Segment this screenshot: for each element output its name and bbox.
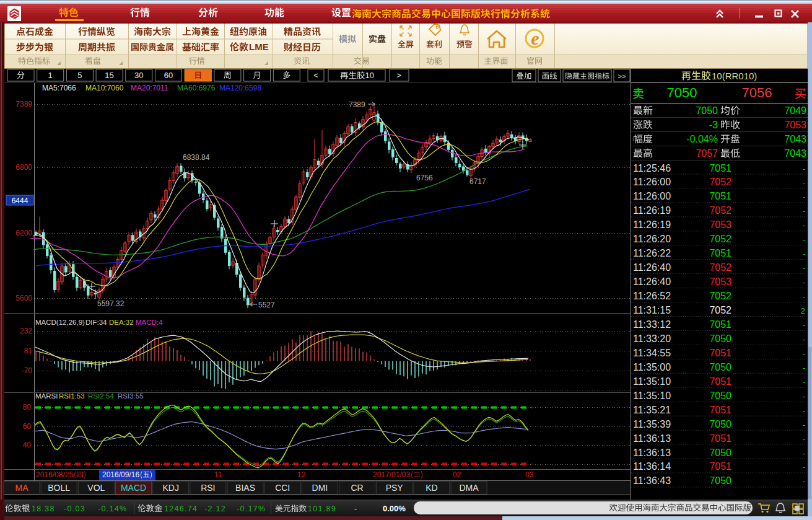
- svg-text:-0.04%: -0.04%: [686, 134, 718, 144]
- svg-text:-70: -70: [22, 366, 33, 375]
- svg-text:7050: 7050: [667, 85, 697, 100]
- svg-text:7043: 7043: [784, 148, 806, 159]
- svg-text:2016/08/25: 2016/08/25: [36, 470, 73, 479]
- svg-text:DEA:32: DEA:32: [109, 319, 134, 326]
- svg-text:6838.84: 6838.84: [183, 153, 210, 162]
- svg-text:11:31:15: 11:31:15: [633, 305, 671, 315]
- svg-text:5600: 5600: [15, 294, 32, 302]
- svg-text:MACD:4: MACD:4: [136, 319, 163, 326]
- svg-text:RSI2:54: RSI2:54: [88, 392, 114, 400]
- svg-text:11:26:40: 11:26:40: [633, 262, 671, 273]
- svg-text:RSI3:55: RSI3:55: [118, 392, 144, 400]
- svg-text:RSI1:53: RSI1:53: [59, 392, 85, 400]
- svg-text:6800: 6800: [15, 163, 32, 172]
- svg-text:7052: 7052: [709, 205, 731, 216]
- svg-text:LME: LME: [249, 42, 269, 52]
- svg-text:7057: 7057: [696, 148, 718, 159]
- svg-text:7051: 7051: [709, 376, 731, 387]
- svg-text:11:26:20: 11:26:20: [633, 234, 671, 244]
- svg-text:30: 30: [134, 71, 143, 80]
- svg-text:RSI: RSI: [201, 483, 215, 493]
- svg-text:7052: 7052: [709, 291, 731, 301]
- svg-text:KDJ: KDJ: [162, 483, 178, 493]
- svg-text:40: 40: [23, 441, 32, 449]
- svg-text:DIF:34: DIF:34: [85, 319, 107, 326]
- svg-text:-: -: [803, 449, 805, 458]
- svg-text:7050: 7050: [696, 105, 718, 116]
- svg-text:11:35:10: 11:35:10: [633, 390, 671, 401]
- svg-text:-: -: [803, 477, 805, 486]
- svg-text:18.38: 18.38: [32, 505, 55, 513]
- svg-text:7056: 7056: [742, 85, 772, 100]
- svg-text:7051: 7051: [709, 461, 731, 472]
- svg-text:MA120:6598: MA120:6598: [219, 84, 261, 92]
- svg-text:7051: 7051: [709, 319, 731, 330]
- svg-text:-: -: [803, 263, 805, 273]
- svg-text:11:34:55: 11:34:55: [633, 348, 671, 358]
- svg-text:03: 03: [525, 470, 534, 479]
- svg-text:-: -: [803, 292, 805, 301]
- svg-text:-: -: [803, 164, 805, 174]
- svg-text:MARSI: MARSI: [35, 392, 58, 400]
- svg-text:12: 12: [297, 470, 306, 479]
- svg-text:11:26:22: 11:26:22: [633, 248, 671, 258]
- svg-text:7389: 7389: [15, 100, 32, 108]
- svg-text:10: 10: [365, 71, 374, 80]
- svg-text:5597.32: 5597.32: [97, 299, 124, 308]
- svg-text:7051: 7051: [709, 248, 731, 258]
- svg-text:7051: 7051: [709, 163, 731, 174]
- svg-text:KD: KD: [426, 483, 437, 493]
- svg-text:MA10:7060: MA10:7060: [85, 84, 124, 92]
- svg-text:11: 11: [214, 470, 222, 479]
- svg-text:7052: 7052: [709, 305, 731, 315]
- svg-text:CCI: CCI: [275, 483, 290, 493]
- svg-text:10(RR010): 10(RR010): [712, 71, 757, 81]
- svg-text:6756: 6756: [416, 174, 433, 182]
- svg-text:02: 02: [453, 470, 461, 479]
- svg-text:-: -: [803, 349, 805, 358]
- svg-text:11:36:13: 11:36:13: [633, 433, 671, 444]
- svg-text:7053: 7053: [709, 276, 731, 287]
- svg-text:7052: 7052: [709, 177, 731, 187]
- svg-text:6444: 6444: [12, 196, 28, 205]
- svg-text:5: 5: [77, 71, 82, 80]
- svg-text:2: 2: [801, 306, 805, 315]
- svg-text:0.00%: 0.00%: [383, 504, 406, 513]
- svg-text:11:35:21: 11:35:21: [633, 405, 671, 415]
- svg-text:7050: 7050: [709, 447, 731, 458]
- svg-text:7050: 7050: [709, 390, 731, 401]
- svg-text:-: -: [803, 320, 805, 330]
- svg-text:7051: 7051: [709, 405, 731, 415]
- svg-text:-: -: [803, 392, 805, 401]
- svg-text:7049: 7049: [784, 105, 806, 116]
- svg-text:-: -: [803, 406, 805, 415]
- svg-text:11:26:19: 11:26:19: [633, 219, 671, 230]
- svg-text:81: 81: [24, 346, 33, 355]
- svg-text:11:35:10: 11:35:10: [633, 376, 671, 387]
- svg-text:DMA: DMA: [459, 483, 479, 493]
- svg-text:VOL: VOL: [87, 483, 105, 493]
- svg-text:11:35:39: 11:35:39: [633, 419, 671, 430]
- svg-text:MA60:6976: MA60:6976: [177, 84, 216, 92]
- svg-text:232: 232: [20, 327, 32, 335]
- svg-text:<: <: [313, 71, 318, 80]
- svg-text:80: 80: [23, 403, 32, 412]
- svg-text:-: -: [354, 505, 357, 513]
- svg-text:-: -: [803, 178, 805, 187]
- svg-text:-0.03: -0.03: [64, 505, 85, 513]
- svg-text:11:26:52: 11:26:52: [633, 291, 671, 301]
- svg-text:60: 60: [164, 71, 173, 80]
- svg-text:11:26:19: 11:26:19: [633, 205, 671, 216]
- svg-text:7050: 7050: [709, 333, 731, 344]
- svg-text:2017/01/03: 2017/01/03: [373, 470, 410, 479]
- svg-text:11:33:12: 11:33:12: [633, 319, 671, 330]
- svg-text:-: -: [803, 235, 805, 244]
- svg-text:1: 1: [48, 71, 53, 80]
- svg-text:101.89: 101.89: [308, 505, 336, 513]
- svg-text:-: -: [803, 221, 805, 230]
- svg-text:7050: 7050: [709, 475, 731, 486]
- svg-text:-: -: [803, 462, 805, 472]
- svg-text:e: e: [531, 28, 539, 48]
- svg-text:11:36:43: 11:36:43: [633, 475, 671, 486]
- svg-text:11:25:46: 11:25:46: [633, 163, 671, 174]
